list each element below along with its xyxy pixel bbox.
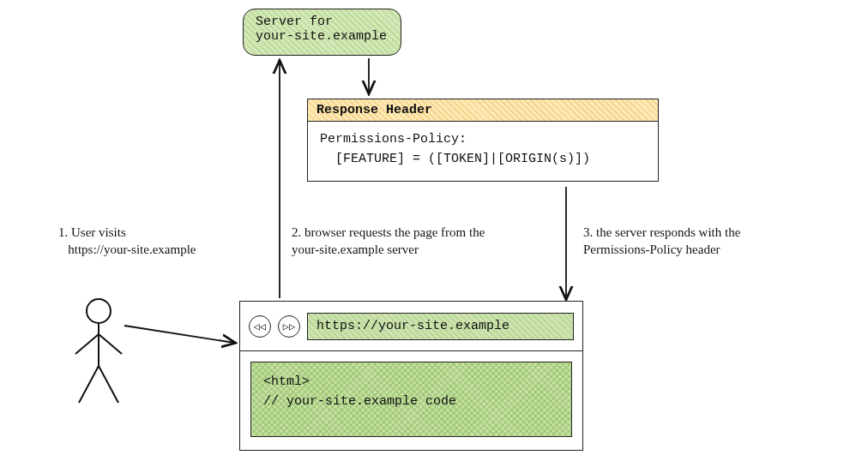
step-1-line2: https://your-site.example	[68, 242, 196, 256]
policy-value: [FEATURE] = ([TOKEN]|[ORIGIN(s)])	[320, 150, 646, 170]
step-1-label: 1. User visits https://your-site.example	[58, 225, 238, 258]
svg-line-3	[99, 334, 122, 354]
policy-key: Permissions-Policy:	[320, 132, 467, 147]
url-bar[interactable]: https://your-site.example	[307, 313, 574, 340]
response-header-title: Response Header	[308, 99, 658, 122]
page-code-block: <html> // your-site.example code	[250, 362, 572, 437]
back-button[interactable]: ◁◁	[249, 315, 271, 338]
response-header-box: Response Header Permissions-Policy: [FEA…	[307, 99, 659, 182]
server-label-line1: Server for	[256, 15, 389, 29]
user-icon	[69, 296, 129, 407]
browser-toolbar: ◁◁ ▷▷ https://your-site.example	[240, 302, 582, 351]
step-1-line1: User visits	[71, 225, 126, 239]
forward-button[interactable]: ▷▷	[278, 315, 300, 338]
step-1-num: 1.	[58, 225, 68, 239]
response-header-body: Permissions-Policy: [FEATURE] = ([TOKEN]…	[308, 122, 658, 181]
svg-line-5	[99, 366, 118, 403]
server-node: Server for your-site.example	[243, 9, 401, 56]
step-3-text: the server responds with the Permissions…	[583, 225, 740, 256]
browser-viewport: <html> // your-site.example code	[240, 351, 582, 447]
server-label-line2: your-site.example	[256, 29, 389, 44]
step-3-num: 3.	[583, 225, 593, 239]
svg-line-2	[75, 334, 99, 354]
svg-point-0	[87, 299, 111, 323]
code-line-2: // your-site.example code	[263, 392, 559, 412]
code-line-1: <html>	[263, 373, 559, 392]
browser-window: ◁◁ ▷▷ https://your-site.example <html> /…	[239, 301, 583, 451]
step-2-text: browser requests the page from the your-…	[292, 225, 485, 256]
url-text: https://your-site.example	[316, 319, 509, 333]
step-2-label: 2. browser requests the page from the yo…	[292, 225, 515, 258]
step-2-num: 2.	[292, 225, 301, 239]
fast-forward-icon: ▷▷	[283, 321, 295, 332]
step-3-label: 3. the server responds with the Permissi…	[583, 225, 798, 258]
rewind-icon: ◁◁	[254, 321, 266, 332]
svg-line-4	[79, 366, 99, 403]
arrow-user-to-browser	[124, 326, 234, 343]
